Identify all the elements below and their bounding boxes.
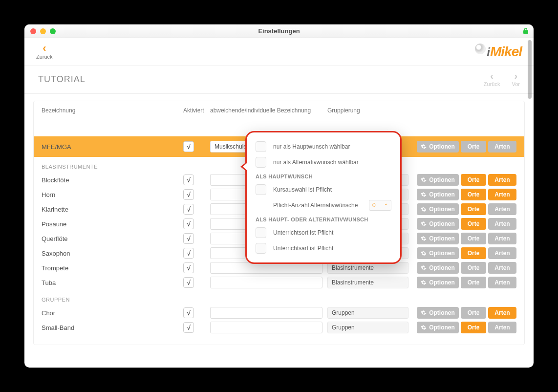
arten-button[interactable]: Arten	[488, 203, 516, 215]
arten-button[interactable]: Arten	[488, 247, 516, 259]
activate-checkbox[interactable]: √	[183, 277, 194, 288]
optionen-button[interactable]: Optionen	[417, 233, 459, 244]
gear-icon	[421, 206, 427, 212]
orte-button[interactable]: Orte	[461, 277, 486, 288]
scroll-thumb[interactable]	[528, 40, 532, 99]
kurs-pflicht-checkbox[interactable]	[256, 184, 266, 195]
grp-input[interactable]	[327, 322, 408, 333]
arten-button[interactable]: Arten	[488, 189, 516, 200]
nur-haupt-label: nur als Hauptwunsch wählbar	[273, 143, 350, 150]
optionen-button[interactable]: Optionen	[417, 218, 459, 230]
app-window: Einstellungen ‹ Zurück i Mikel TUTORIAL …	[24, 24, 534, 368]
nur-haupt-checkbox[interactable]	[256, 141, 266, 152]
logo-i: i	[487, 45, 490, 59]
options-popup: nur als Hauptwunsch wählbar nur als Alte…	[245, 131, 402, 264]
scrollbar[interactable]	[528, 39, 533, 367]
orte-button[interactable]: Orte	[461, 141, 486, 152]
activate-checkbox[interactable]: √	[183, 248, 194, 259]
orte-button[interactable]: Orte	[461, 233, 486, 244]
gear-icon	[421, 177, 427, 183]
table-row: Tuba√OptionenOrteArten	[34, 275, 524, 290]
optionen-button[interactable]: Optionen	[417, 247, 459, 259]
nur-alt-checkbox[interactable]	[256, 157, 266, 168]
arten-button[interactable]: Arten	[488, 262, 516, 274]
orte-button[interactable]: Orte	[461, 247, 486, 259]
gear-icon	[421, 221, 427, 227]
activate-checkbox[interactable]: √	[183, 262, 194, 273]
activate-checkbox[interactable]: √	[183, 307, 194, 318]
body-area: ‹ Zurück i Mikel TUTORIAL ‹ Zurück › Vor	[24, 38, 534, 368]
pflicht-anzahl-select[interactable]: 0 ⌃	[369, 200, 391, 211]
topbar: ‹ Zurück i Mikel	[24, 38, 534, 65]
gear-icon	[421, 310, 427, 316]
ort-pflicht-label: Unterrichtsort ist Pflicht	[273, 229, 333, 236]
chevron-down-icon: ⌃	[384, 203, 388, 208]
nur-alt-label: nur als Alternativwunsch wählbar	[273, 159, 359, 166]
arten-button[interactable]: Arten	[488, 322, 516, 333]
arten-button[interactable]: Arten	[488, 277, 516, 288]
col-abweichende: abweichende/individuelle Bezeichnung	[210, 107, 327, 114]
activate-checkbox[interactable]: √	[183, 218, 194, 229]
back-button[interactable]: ‹ Zurück	[36, 44, 53, 60]
grp-input[interactable]	[327, 277, 408, 288]
activate-checkbox[interactable]: √	[183, 204, 194, 215]
pager-back[interactable]: ‹ Zurück	[484, 72, 500, 87]
orte-button[interactable]: Orte	[461, 203, 486, 215]
activate-checkbox[interactable]: √	[183, 189, 194, 200]
row-name: Small-Band	[42, 324, 183, 331]
abw-input[interactable]	[210, 307, 322, 319]
row-name: Horn	[42, 191, 183, 198]
gear-icon	[421, 192, 427, 197]
activate-checkbox[interactable]: √	[183, 174, 194, 185]
pager-back-label: Zurück	[484, 81, 500, 87]
row-name: Posaune	[42, 220, 183, 228]
art-pflicht-checkbox[interactable]	[256, 243, 266, 254]
activate-checkbox[interactable]: √	[183, 233, 194, 244]
abw-input[interactable]	[210, 322, 322, 333]
abw-input[interactable]	[210, 277, 322, 288]
ort-pflicht-checkbox[interactable]	[256, 227, 266, 238]
optionen-button[interactable]: Optionen	[417, 277, 459, 288]
optionen-button[interactable]: Optionen	[417, 262, 459, 274]
optionen-button[interactable]: Optionen	[417, 307, 459, 319]
activate-checkbox[interactable]: √	[183, 141, 194, 152]
popup-heading-haupt: ALS HAUPTWUNSCH	[256, 174, 391, 179]
orte-button[interactable]: Orte	[461, 322, 486, 333]
row-name: Chor	[42, 309, 183, 317]
arten-button[interactable]: Arten	[488, 233, 516, 244]
column-headers: Bezeichnung Aktiviert abweichende/indivi…	[34, 107, 524, 119]
row-name: Trompete	[42, 264, 183, 272]
titlebar: Einstellungen	[24, 24, 534, 38]
optionen-button[interactable]: Optionen	[417, 174, 459, 186]
orte-button[interactable]: Orte	[461, 174, 486, 186]
orte-button[interactable]: Orte	[461, 262, 486, 274]
row-name: Saxophon	[42, 250, 183, 257]
gear-icon	[421, 280, 427, 285]
pflicht-anzahl-label: Pflicht-Anzahl Alternativwünsche	[273, 202, 363, 209]
orte-button[interactable]: Orte	[461, 307, 486, 319]
kurs-pflicht-label: Kursauswahl ist Pflicht	[273, 186, 332, 193]
orte-button[interactable]: Orte	[461, 218, 486, 230]
arten-button[interactable]: Arten	[488, 307, 516, 319]
optionen-button[interactable]: Optionen	[417, 203, 459, 215]
row-name: Tuba	[42, 279, 183, 286]
arten-button[interactable]: Arten	[488, 141, 516, 152]
activate-checkbox[interactable]: √	[183, 322, 194, 333]
arten-button[interactable]: Arten	[488, 174, 516, 186]
gear-icon	[421, 236, 427, 241]
optionen-button[interactable]: Optionen	[417, 322, 459, 333]
row-name: Klarinette	[42, 206, 183, 213]
optionen-button[interactable]: Optionen	[417, 141, 459, 152]
arten-button[interactable]: Arten	[488, 218, 516, 230]
orte-button[interactable]: Orte	[461, 189, 486, 200]
logo: i Mikel	[475, 44, 522, 60]
window-title: Einstellungen	[24, 27, 534, 35]
optionen-button[interactable]: Optionen	[417, 189, 459, 200]
logo-mikel: Mikel	[490, 44, 522, 60]
grp-input[interactable]	[327, 307, 408, 319]
pflicht-anzahl-value: 0	[372, 202, 376, 209]
chevron-left-icon: ‹	[43, 44, 46, 53]
pager-fwd-label: Vor	[512, 81, 520, 87]
pager-forward[interactable]: › Vor	[512, 72, 520, 87]
gear-icon	[421, 250, 427, 256]
